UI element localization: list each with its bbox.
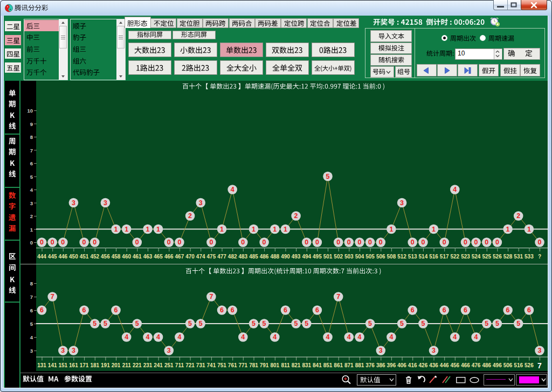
svg-text:506: 506 [376, 254, 385, 260]
svg-text:456: 456 [450, 362, 459, 368]
svg-text:7: 7 [336, 293, 340, 300]
svg-text:1: 1 [30, 227, 33, 233]
svg-text:1: 1 [156, 226, 160, 233]
svg-text:5: 5 [135, 320, 139, 327]
svg-text:4: 4 [453, 186, 457, 193]
svg-text:533: 533 [525, 254, 534, 260]
svg-text:495: 495 [313, 254, 322, 260]
svg-text:465: 465 [154, 254, 163, 260]
svg-text:7: 7 [30, 148, 33, 153]
svg-text:881: 881 [355, 362, 364, 368]
svg-text:4: 4 [30, 334, 33, 340]
svg-text:526: 526 [493, 254, 502, 260]
svg-text:0: 0 [336, 239, 340, 246]
svg-text:5: 5 [294, 320, 298, 327]
svg-text:528: 528 [503, 254, 513, 260]
svg-text:1: 1 [527, 226, 531, 233]
svg-text:5: 5 [30, 321, 33, 327]
svg-text:6: 6 [315, 306, 319, 314]
svg-text:502: 502 [334, 254, 343, 260]
svg-text:5: 5 [516, 320, 520, 327]
svg-text:504: 504 [355, 254, 364, 260]
svg-text:5: 5 [263, 320, 266, 327]
svg-text:3: 3 [432, 347, 436, 354]
svg-text:3: 3 [379, 347, 383, 354]
svg-text:1: 1 [252, 226, 256, 233]
svg-text:5: 5 [305, 320, 308, 327]
svg-text:711: 711 [175, 362, 184, 368]
svg-text:416: 416 [408, 362, 417, 368]
svg-text:781: 781 [249, 362, 258, 368]
svg-text:456: 456 [101, 254, 110, 260]
svg-text:475: 475 [207, 254, 216, 260]
svg-text:4: 4 [347, 333, 351, 341]
svg-text:0: 0 [474, 239, 478, 246]
svg-text:3: 3 [167, 347, 171, 354]
svg-text:516: 516 [429, 254, 438, 260]
svg-text:751: 751 [217, 362, 226, 368]
svg-text:3: 3 [199, 199, 203, 207]
svg-text:531: 531 [514, 254, 523, 260]
svg-text:1: 1 [284, 226, 287, 233]
svg-text:1: 1 [146, 226, 150, 233]
svg-text:3: 3 [72, 199, 75, 207]
svg-text:3: 3 [72, 347, 75, 354]
svg-text:3: 3 [30, 200, 33, 206]
svg-text:7: 7 [30, 294, 33, 300]
svg-text:1: 1 [506, 226, 510, 233]
svg-text:211: 211 [122, 362, 132, 368]
svg-text:503: 503 [344, 254, 354, 260]
svg-text:4: 4 [125, 333, 128, 341]
svg-text:523: 523 [461, 254, 470, 260]
svg-text:486: 486 [260, 254, 269, 260]
svg-text:0: 0 [30, 240, 33, 246]
svg-text:3: 3 [538, 347, 542, 354]
svg-text:1: 1 [432, 226, 436, 233]
svg-text:460: 460 [122, 254, 131, 260]
svg-text:5: 5 [199, 320, 203, 327]
svg-text:1: 1 [114, 226, 118, 233]
svg-text:?: ? [538, 254, 541, 260]
svg-text:231: 231 [143, 362, 153, 368]
svg-text:451: 451 [80, 254, 89, 260]
svg-text:761: 761 [228, 362, 237, 368]
svg-text:452: 452 [90, 254, 99, 260]
svg-text:0: 0 [82, 239, 86, 246]
svg-text:5: 5 [495, 320, 499, 327]
svg-text:5: 5 [485, 320, 488, 327]
svg-text:444: 444 [37, 254, 46, 260]
svg-text:6: 6 [220, 306, 224, 314]
svg-text:171: 171 [80, 362, 89, 368]
svg-text:0: 0 [443, 239, 446, 246]
svg-text:841: 841 [313, 362, 322, 368]
svg-text:446: 446 [440, 362, 449, 368]
svg-text:2: 2 [294, 212, 298, 220]
svg-text:2: 2 [188, 212, 192, 220]
svg-text:445: 445 [48, 254, 57, 260]
svg-text:0: 0 [411, 239, 415, 246]
svg-text:6: 6 [443, 306, 446, 314]
svg-text:5: 5 [104, 320, 107, 327]
svg-text:5: 5 [400, 320, 404, 327]
svg-text:526: 526 [525, 362, 534, 368]
svg-text:731: 731 [196, 362, 205, 368]
svg-text:6: 6 [30, 160, 33, 166]
svg-text:1: 1 [389, 226, 393, 233]
svg-text:496: 496 [493, 362, 502, 368]
svg-text:5: 5 [188, 320, 192, 327]
svg-text:7: 7 [209, 293, 213, 300]
svg-text:396: 396 [387, 362, 396, 368]
svg-text:7: 7 [51, 293, 54, 300]
svg-text:522: 522 [450, 254, 459, 260]
svg-text:161: 161 [69, 362, 78, 368]
svg-text:4: 4 [156, 333, 160, 341]
svg-text:0: 0 [464, 239, 467, 246]
svg-text:4: 4 [30, 187, 33, 193]
svg-text:0: 0 [40, 239, 44, 246]
svg-text:508: 508 [387, 254, 396, 260]
svg-text:0: 0 [167, 239, 171, 246]
svg-text:3: 3 [400, 199, 404, 207]
svg-text:6: 6 [30, 307, 33, 313]
svg-text:486: 486 [482, 362, 491, 368]
svg-text:494: 494 [302, 254, 311, 260]
